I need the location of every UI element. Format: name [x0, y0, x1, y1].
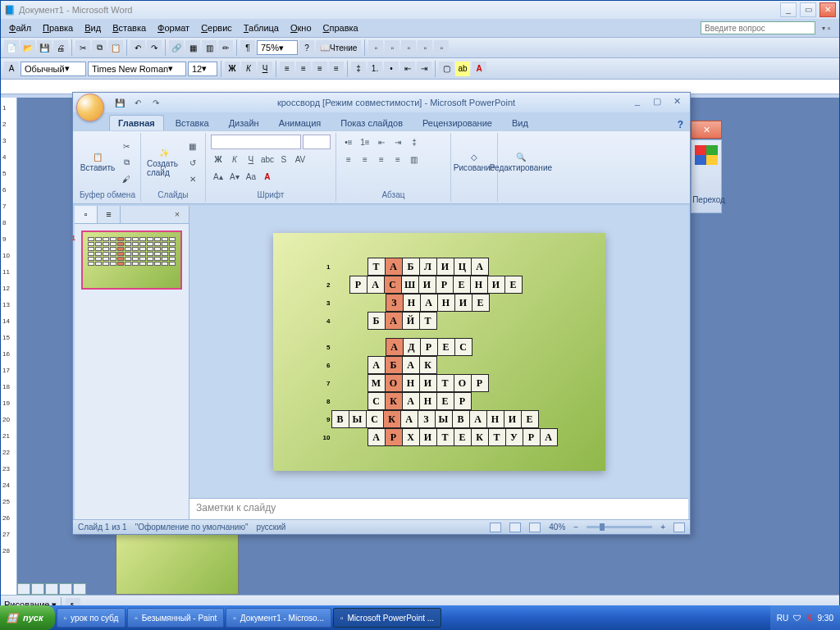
pp-tab-Рецензирование[interactable]: Рецензирование — [414, 116, 500, 130]
copy-icon[interactable]: ⧉ — [92, 40, 107, 55]
background-window-close-button[interactable]: ✕ — [691, 121, 722, 139]
copy-icon[interactable]: ⧉ — [119, 155, 134, 170]
pp-size-combo[interactable] — [303, 135, 331, 149]
table-icon[interactable]: ▦ — [185, 40, 200, 55]
start-button[interactable]: 🪟 пуск — [0, 605, 55, 630]
pp-fit-button[interactable] — [673, 523, 685, 532]
word-normal-view[interactable] — [17, 583, 30, 595]
pp-shadow-icon[interactable]: S — [276, 152, 291, 167]
word-style-combo[interactable]: Обычный ▾ — [21, 62, 86, 76]
taskbar-item[interactable]: ▫Безымянный - Paint — [127, 608, 224, 628]
word-web-view[interactable] — [31, 583, 44, 595]
pp-font-combo[interactable] — [211, 135, 301, 149]
pp-zoom-slider[interactable] — [587, 526, 652, 528]
pp-font-color-icon[interactable]: A — [260, 169, 275, 184]
word-vertical-ruler[interactable]: 1234567891011121314151617181920212223242… — [1, 98, 17, 611]
pp-normal-view-button[interactable] — [490, 523, 501, 532]
qat-save-icon[interactable]: 💾 — [112, 95, 127, 110]
pp-italic-icon[interactable]: К — [227, 152, 242, 167]
tbx4-icon[interactable]: ▫ — [418, 40, 432, 55]
save-icon[interactable]: 💾 — [37, 40, 52, 55]
pp-charspace-icon[interactable]: AV — [293, 152, 308, 167]
word-outline-view[interactable] — [59, 583, 72, 595]
new-doc-icon[interactable]: 📄 — [4, 40, 19, 55]
word-reading-view[interactable] — [73, 583, 86, 595]
bullets-icon[interactable]: • — [384, 62, 399, 76]
pp-shrink-font-icon[interactable]: A▾ — [227, 169, 242, 184]
increase-indent-icon[interactable]: ⇥ — [417, 62, 431, 76]
font-color-icon[interactable]: A — [472, 62, 486, 76]
pp-case-icon[interactable]: Aa — [244, 169, 258, 184]
tray-lang[interactable]: RU — [777, 614, 788, 623]
pp-numbering-icon[interactable]: 1≡ — [358, 135, 372, 149]
pp-tab-Вид[interactable]: Вид — [504, 116, 536, 130]
print-icon[interactable]: 🖨 — [53, 40, 68, 55]
pp-minimize-button[interactable]: _ — [629, 96, 646, 109]
align-right-icon[interactable]: ≡ — [313, 62, 327, 76]
word-close-button[interactable]: ✕ — [819, 2, 836, 17]
office-button[interactable] — [76, 94, 104, 121]
show-marks-icon[interactable]: ¶ — [240, 40, 255, 55]
word-size-combo[interactable]: 12 ▾ — [188, 62, 217, 76]
pp-bold-icon[interactable]: Ж — [211, 152, 226, 167]
pp-help-icon[interactable]: ? — [678, 119, 683, 130]
pp-indent-dec-icon[interactable]: ⇤ — [374, 135, 389, 149]
tray-kaspersky-icon[interactable]: K — [806, 614, 812, 623]
word-zoom-combo[interactable]: 75% ▾ — [257, 40, 298, 55]
taskbar-item[interactable]: ▫Документ1 - Microso... — [226, 608, 331, 628]
borders-icon[interactable]: ▢ — [439, 62, 454, 76]
align-center-icon[interactable]: ≡ — [296, 62, 311, 76]
taskbar-item[interactable]: ▫урок по субд — [57, 608, 126, 628]
pp-slideshow-button[interactable] — [529, 523, 541, 532]
word-minimize-button[interactable]: _ — [780, 2, 797, 17]
italic-icon[interactable]: К — [241, 62, 256, 76]
tray-shield-icon[interactable]: 🛡 — [793, 614, 801, 623]
word-menu-Справка[interactable]: Справка — [318, 21, 363, 34]
qat-undo-icon[interactable]: ↶ — [130, 95, 145, 110]
word-print-view[interactable] — [45, 583, 58, 595]
pp-columns-icon[interactable]: ▥ — [407, 152, 422, 167]
word-menu-Вставка[interactable]: Вставка — [107, 21, 151, 34]
taskbar-item[interactable]: ▫Microsoft PowerPoint ... — [333, 608, 441, 628]
drawing-button[interactable]: ◇Рисование — [456, 136, 492, 189]
slide-thumbnail-1[interactable]: 1 — [81, 231, 182, 290]
tbx2-icon[interactable]: ▫ — [385, 40, 399, 55]
reading-mode-button[interactable]: 📖 Чтение — [316, 40, 361, 55]
pp-zoom-in[interactable]: + — [660, 523, 665, 532]
qat-redo-icon[interactable]: ↷ — [148, 95, 163, 110]
open-icon[interactable]: 📂 — [21, 40, 35, 55]
cut-icon[interactable]: ✂ — [119, 139, 134, 153]
format-painter-icon[interactable]: 🖌 — [119, 171, 134, 186]
decrease-indent-icon[interactable]: ⇤ — [400, 62, 415, 76]
undo-icon[interactable]: ↶ — [130, 40, 145, 55]
slide-reset-icon[interactable]: ↺ — [185, 155, 200, 170]
word-menu-Вид[interactable]: Вид — [80, 21, 106, 34]
cut-icon[interactable]: ✂ — [75, 40, 90, 55]
word-menu-Файл[interactable]: Файл — [4, 21, 36, 34]
pp-align-left-icon[interactable]: ≡ — [341, 152, 356, 167]
pp-align-justify-icon[interactable]: ≡ — [390, 152, 405, 167]
underline-icon[interactable]: Ч — [258, 62, 272, 76]
tbx3-icon[interactable]: ▫ — [401, 40, 416, 55]
tbx5-icon[interactable]: ▫ — [434, 40, 449, 55]
word-help-search[interactable] — [701, 21, 815, 34]
pp-zoom-out[interactable]: − — [573, 523, 578, 532]
pp-tab-Дизайн[interactable]: Дизайн — [221, 116, 267, 130]
columns-icon[interactable]: ▥ — [202, 40, 217, 55]
styles-icon[interactable]: A — [4, 62, 19, 76]
pp-canvas[interactable]: 1ТАБЛИЦА2РАСШИРЕНИЕ3ЗНАНИЕ4БАЙТ5АДРЕС6АБ… — [189, 206, 688, 498]
tbx1-icon[interactable]: ▫ — [368, 40, 383, 55]
pp-indent-inc-icon[interactable]: ⇥ — [390, 135, 405, 149]
pp-bullets-icon[interactable]: •≡ — [341, 135, 356, 149]
hyperlink-icon[interactable]: 🔗 — [169, 40, 184, 55]
new-slide-button[interactable]: ✨Создать слайд — [146, 136, 182, 189]
slide-delete-icon[interactable]: ✕ — [185, 171, 200, 186]
pp-grow-font-icon[interactable]: A▴ — [211, 169, 226, 184]
pp-notes-pane[interactable]: Заметки к слайду — [189, 498, 688, 519]
pp-close-button[interactable]: ✕ — [669, 96, 685, 109]
pp-linespace-icon[interactable]: ‡ — [407, 135, 422, 149]
pp-tab-Главная[interactable]: Главная — [109, 115, 164, 130]
word-font-combo[interactable]: Times New Roman ▾ — [88, 62, 186, 76]
line-spacing-icon[interactable]: ‡ — [351, 62, 366, 76]
word-menu-Формат[interactable]: Формат — [153, 21, 194, 34]
